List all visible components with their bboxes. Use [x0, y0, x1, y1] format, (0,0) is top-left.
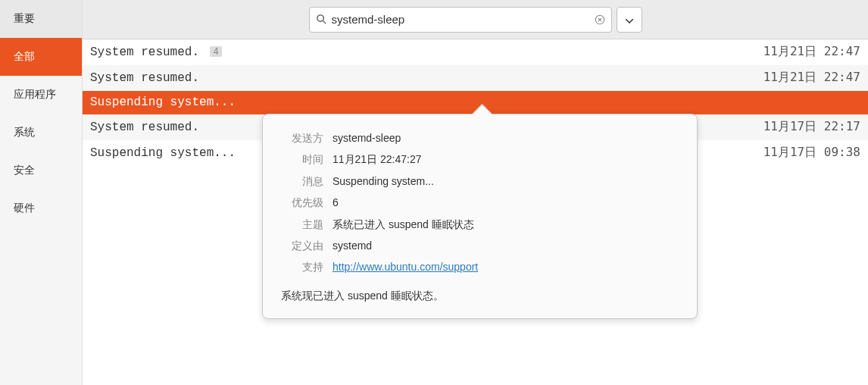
search-input[interactable]	[327, 13, 595, 26]
log-row[interactable]: System resumed. 4 11月21日 22:47	[83, 39, 868, 65]
sidebar-item-security[interactable]: 安全	[0, 152, 82, 189]
popover-body: 系统现已进入 suspend 睡眠状态。	[281, 290, 679, 303]
popover-label-defined-by: 定义由	[281, 237, 323, 254]
popover-label-message: 消息	[281, 173, 323, 189]
log-message: Suspending system...	[90, 95, 860, 109]
main-panel: System resumed. 4 11月21日 22:47 System re…	[83, 0, 868, 385]
popover-label-priority: 优先级	[281, 194, 323, 211]
popover-support-link[interactable]: http://www.ubuntu.com/support	[333, 261, 478, 273]
popover-value-message: Suspending system...	[333, 173, 434, 189]
popover-label-subject: 主题	[281, 216, 323, 233]
sidebar-item-system[interactable]: 系统	[0, 114, 82, 152]
log-date: 11月17日 22:17	[763, 119, 860, 135]
chevron-down-icon	[626, 13, 633, 26]
popover-value-subject: 系统已进入 suspend 睡眠状态	[333, 216, 474, 233]
popover-label-sender: 发送方	[281, 130, 323, 146]
sidebar-item-hardware[interactable]: 硬件	[0, 189, 82, 227]
popover-value-sender: systemd-sleep	[333, 130, 401, 146]
search-icon	[316, 14, 327, 25]
detail-popover: 发送方 systemd-sleep 时间 11月21日 22:47:27 消息 …	[262, 114, 698, 319]
clear-icon[interactable]	[595, 14, 605, 25]
popover-value-priority: 6	[333, 194, 339, 211]
log-date: 11月21日 22:47	[763, 44, 860, 60]
log-date: 11月17日 09:38	[763, 145, 860, 161]
search-dropdown-button[interactable]	[617, 7, 642, 33]
popover-label-time: 时间	[281, 151, 323, 167]
log-badge: 4	[210, 46, 223, 57]
log-row[interactable]: System resumed. 11月21日 22:47	[83, 65, 868, 91]
svg-point-0	[317, 15, 323, 21]
popover-value-defined-by: systemd	[333, 237, 372, 254]
log-message: System resumed.	[90, 71, 763, 85]
topbar	[83, 0, 868, 39]
log-date: 11月21日 22:47	[763, 70, 860, 86]
sidebar: 重要 全部 应用程序 系统 安全 硬件	[0, 0, 83, 385]
popover-label-support: 支持	[281, 258, 323, 275]
search-box[interactable]	[309, 7, 612, 33]
svg-line-1	[323, 20, 326, 23]
log-message: System resumed. 4	[90, 45, 763, 59]
sidebar-item-applications[interactable]: 应用程序	[0, 76, 82, 114]
sidebar-item-all[interactable]: 全部	[0, 38, 82, 76]
sidebar-item-important[interactable]: 重要	[0, 0, 82, 38]
popover-value-time: 11月21日 22:47:27	[333, 151, 422, 167]
